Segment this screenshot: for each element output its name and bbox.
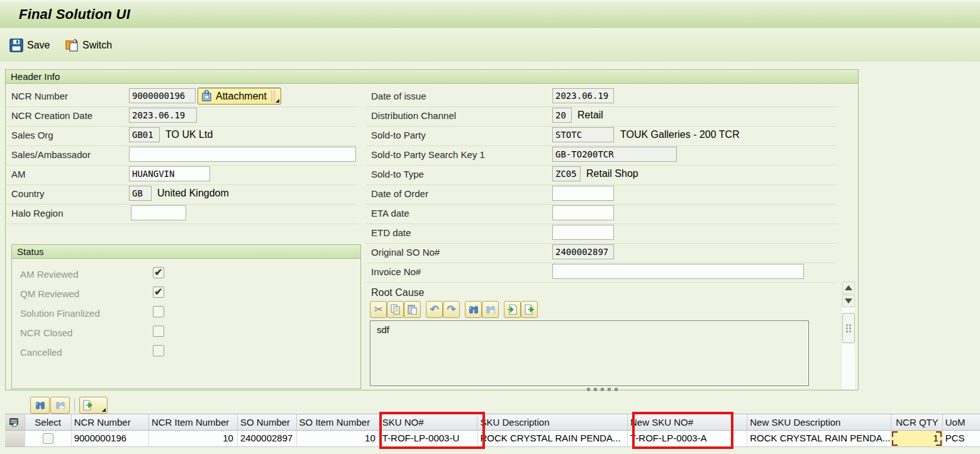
am-reviewed-checkbox[interactable]: ✔ <box>153 267 164 278</box>
table-find-button[interactable] <box>30 397 50 414</box>
sales-org-field[interactable]: GB01 <box>129 127 160 142</box>
cell-uom[interactable]: PCS <box>943 431 980 446</box>
root-cause-textarea[interactable]: sdf <box>370 321 809 386</box>
distribution-channel-field[interactable]: 20 <box>552 108 572 123</box>
distribution-channel-description: Retail <box>577 108 603 123</box>
sold-to-party-field[interactable]: STOTC <box>552 127 614 142</box>
qm-reviewed-checkbox[interactable]: ✔ <box>153 287 164 298</box>
sales-ambassador-label: Sales/Ambassador <box>11 147 125 162</box>
solution-finalized-label: Solution Finanlized <box>20 306 146 321</box>
col-header-so-number[interactable]: SO Number <box>238 414 297 430</box>
scroll-up-button[interactable] <box>842 281 855 294</box>
sold-to-type-field[interactable]: ZC05 <box>552 166 581 181</box>
etd-date-label: ETD date <box>371 225 547 241</box>
arrow-down-icon <box>845 298 852 304</box>
attachment-menu-arrow-icon[interactable] <box>276 99 279 103</box>
table-export-menu-button[interactable] <box>79 397 108 414</box>
splitter-handle[interactable] <box>587 388 618 391</box>
final-solution-ui-window: Final Solution UI Save Switch Header Inf… <box>0 0 980 454</box>
root-cause-text: sdf <box>377 324 389 335</box>
toolbar-separator <box>74 399 75 412</box>
scroll-down-button[interactable] <box>842 295 855 307</box>
ncr-creation-date-label: NCR Creation Date <box>11 108 125 123</box>
date-of-order-field[interactable] <box>552 186 614 201</box>
find-next-button[interactable] <box>482 301 499 318</box>
col-header-select[interactable]: Select <box>25 414 72 430</box>
eta-date-field[interactable] <box>552 205 614 220</box>
find-binoculars-icon <box>468 304 479 315</box>
scrollbar-thumb[interactable] <box>842 313 855 343</box>
cell-ncr-number[interactable]: 9000000196 <box>72 431 149 446</box>
cell-so-item-number[interactable]: 10 <box>297 431 380 446</box>
copy-button[interactable] <box>387 301 404 318</box>
original-so-no-field[interactable]: 2400002897 <box>552 244 614 259</box>
arrow-up-icon <box>845 285 852 290</box>
row-divider <box>366 184 837 185</box>
switch-button[interactable]: Switch <box>64 36 112 55</box>
cancelled-checkbox[interactable] <box>153 345 164 356</box>
am-reviewed-label: AM Reviewed <box>20 267 146 282</box>
cancelled-label: Cancelled <box>20 345 146 360</box>
find-binoculars-icon <box>35 400 46 411</box>
ncr-number-label: NCR Number <box>11 89 125 104</box>
sold-to-party-search-key-field[interactable]: GB-TO200TCR <box>552 147 677 162</box>
import-document-icon <box>507 304 518 315</box>
root-cause-label: Root Cause <box>371 285 497 300</box>
col-header-new-sku-description[interactable]: New SKU Description <box>747 414 891 430</box>
row-divider <box>6 184 357 185</box>
cut-button[interactable]: ✂ <box>370 301 387 318</box>
save-button[interactable]: Save <box>9 36 50 55</box>
vertical-scrollbar[interactable] <box>841 281 855 389</box>
distribution-channel-label: Distribution Channel <box>371 108 547 123</box>
halo-region-label: Halo Region <box>11 206 125 221</box>
row-selector-cell[interactable] <box>5 431 25 446</box>
row-divider <box>6 204 357 205</box>
export-text-button[interactable] <box>521 301 538 318</box>
paste-button[interactable] <box>404 301 421 318</box>
sales-ambassador-field[interactable] <box>129 147 356 162</box>
row-select-checkbox[interactable] <box>43 433 53 444</box>
find-button[interactable] <box>465 301 482 318</box>
row-divider <box>6 165 357 166</box>
row-divider <box>366 145 837 146</box>
export-document-icon <box>524 304 535 315</box>
cell-so-number[interactable]: 2400002897 <box>238 431 297 446</box>
col-header-ncr-item-number[interactable]: NCR Item Number <box>149 414 238 430</box>
cell-ncr-qty[interactable]: 1 <box>891 431 943 446</box>
import-text-button[interactable] <box>504 301 521 318</box>
export-document-icon <box>82 400 93 411</box>
col-header-ncr-number[interactable]: NCR Number <box>72 414 149 430</box>
find-next-binoculars-icon <box>55 400 66 411</box>
attachment-button-label: Attachment <box>216 91 267 102</box>
new-sku-no-highlight-box <box>632 412 733 449</box>
table-find-next-button[interactable] <box>50 397 70 414</box>
button-separator <box>271 90 272 102</box>
am-field[interactable]: HUANGVIN <box>129 166 210 181</box>
cell-new-sku-description[interactable]: ROCK CRYSTAL RAIN PENDA... <box>747 431 891 446</box>
undo-button[interactable]: ↶ <box>426 301 443 318</box>
ncr-creation-date-field[interactable]: 2023.06.19 <box>129 108 197 123</box>
invoice-no-label: Invoice No# <box>371 264 547 280</box>
invoice-no-field[interactable] <box>552 264 804 279</box>
ncr-closed-checkbox[interactable] <box>153 326 164 337</box>
row-divider <box>366 204 837 205</box>
halo-region-field[interactable] <box>131 205 186 220</box>
col-header-so-item-number[interactable]: SO Item Number <box>297 414 380 430</box>
attachment-button[interactable]: Attachment <box>198 88 281 105</box>
col-header-uom[interactable]: UoM <box>943 414 980 430</box>
country-label: Country <box>11 186 125 201</box>
date-of-issue-field[interactable]: 2023.06.19 <box>552 88 614 103</box>
col-header-ncr-qty[interactable]: NCR QTY <box>891 414 943 430</box>
cell-ncr-item-number[interactable]: 10 <box>149 431 238 446</box>
select-all-button[interactable] <box>5 414 25 430</box>
save-floppy-icon <box>9 38 24 53</box>
etd-date-field[interactable] <box>552 225 614 240</box>
col-header-sku-description[interactable]: SKU Description <box>477 414 628 430</box>
ncr-number-field[interactable]: 9000000196 <box>129 88 196 103</box>
redo-button[interactable]: ↷ <box>443 301 460 318</box>
country-field[interactable]: GB <box>129 186 152 201</box>
cell-sku-description[interactable]: ROCK CRYSTAL RAIN PENDA... <box>478 431 628 446</box>
solution-finalized-checkbox[interactable] <box>153 306 164 317</box>
row-select-cell[interactable] <box>25 431 72 446</box>
date-of-order-label: Date of Order <box>371 186 547 201</box>
